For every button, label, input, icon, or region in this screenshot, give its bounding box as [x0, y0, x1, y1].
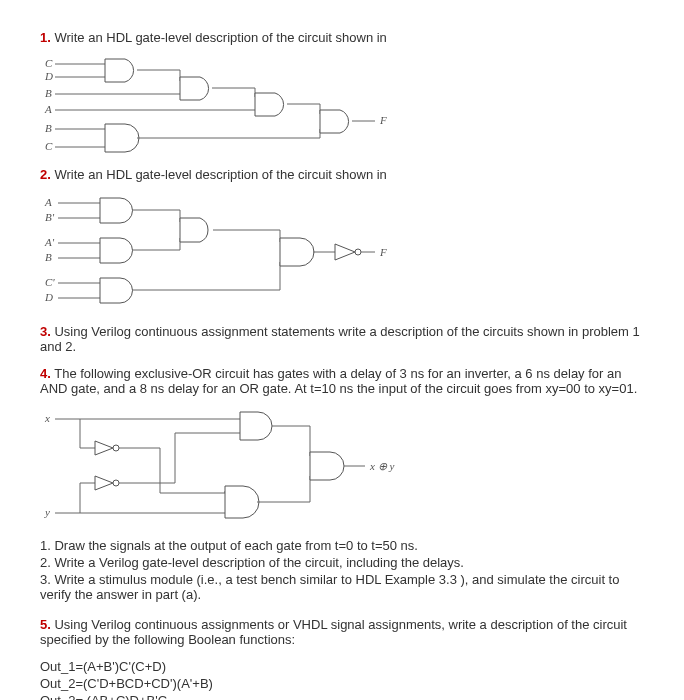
and-gate-icon	[100, 278, 133, 303]
and-gate-icon	[105, 59, 134, 82]
and-gate-icon	[280, 238, 314, 266]
question-3: 3. Using Verilog continuous assignment s…	[40, 324, 644, 354]
label-A: A	[44, 103, 52, 115]
label-C: C	[45, 57, 53, 69]
label-y: y	[44, 506, 50, 518]
label-D: D	[44, 70, 53, 82]
q4-number: 4.	[40, 366, 51, 381]
label-C2: C	[45, 140, 53, 152]
label-B2: B	[45, 122, 52, 134]
q4-text: The following exclusive-OR circuit has g…	[40, 366, 637, 396]
q5-number: 5.	[40, 617, 51, 632]
q5-eq3: Out_2= (AB+C)D+B'C	[40, 693, 644, 700]
inverter-icon	[95, 441, 113, 455]
label-Cp: C'	[45, 276, 55, 288]
question-1: 1. Write an HDL gate-level description o…	[40, 30, 644, 45]
circuit-2-svg: A B' A' B C' D F	[40, 194, 400, 314]
label-Ap: A'	[44, 236, 55, 248]
question-5: 5. Using Verilog continuous assignments …	[40, 617, 644, 647]
label-F2: F	[379, 246, 387, 258]
circuit-2: A B' A' B C' D F	[40, 194, 644, 314]
label-B: B	[45, 87, 52, 99]
label-x: x	[44, 412, 50, 424]
q3-text: Using Verilog continuous assignment stat…	[40, 324, 640, 354]
label-B: B	[45, 251, 52, 263]
label-F: F	[379, 114, 387, 126]
and-gate-icon	[105, 124, 139, 152]
q4-sub3: 3. Write a stimulus module (i.e., a test…	[40, 572, 644, 602]
and-gate-icon	[225, 486, 259, 518]
q4-sub2: 2. Write a Verilog gate-level descriptio…	[40, 555, 644, 570]
q2-text: Write an HDL gate-level description of t…	[54, 167, 386, 182]
label-Bp: B'	[45, 211, 55, 223]
inverter-icon	[95, 476, 113, 490]
q5-text: Using Verilog continuous assignments or …	[40, 617, 627, 647]
question-4: 4. The following exclusive-OR circuit ha…	[40, 366, 644, 396]
and-gate-icon	[180, 77, 209, 100]
and-gate-icon	[100, 238, 133, 263]
inverter-bubble-icon	[113, 480, 119, 486]
label-xor: x ⊕ y	[369, 460, 394, 472]
circuit-1-svg: C D B A B C F	[40, 57, 400, 157]
q3-number: 3.	[40, 324, 51, 339]
q1-text: Write an HDL gate-level description of t…	[54, 30, 386, 45]
or-gate-icon	[310, 452, 344, 480]
and-gate-icon	[100, 198, 133, 223]
inverter-bubble-icon	[113, 445, 119, 451]
circuit-1: C D B A B C F	[40, 57, 644, 157]
q1-number: 1.	[40, 30, 51, 45]
question-2: 2. Write an HDL gate-level description o…	[40, 167, 644, 182]
q5-eq1: Out_1=(A+B')C'(C+D)	[40, 659, 644, 674]
circuit-4: x y x ⊕ y	[40, 408, 644, 528]
label-A: A	[44, 196, 52, 208]
label-D: D	[44, 291, 53, 303]
q2-number: 2.	[40, 167, 51, 182]
and-gate-icon	[240, 412, 272, 440]
inverter-bubble-icon	[355, 249, 361, 255]
q5-eq2: Out_2=(C'D+BCD+CD')(A'+B)	[40, 676, 644, 691]
q4-sub1: 1. Draw the signals at the output of eac…	[40, 538, 644, 553]
circuit-4-svg: x y x ⊕ y	[40, 408, 420, 528]
and-gate-icon	[255, 93, 284, 116]
buffer-gate-icon	[335, 244, 355, 260]
and-gate-icon	[320, 110, 349, 133]
and-gate-icon	[180, 218, 208, 242]
